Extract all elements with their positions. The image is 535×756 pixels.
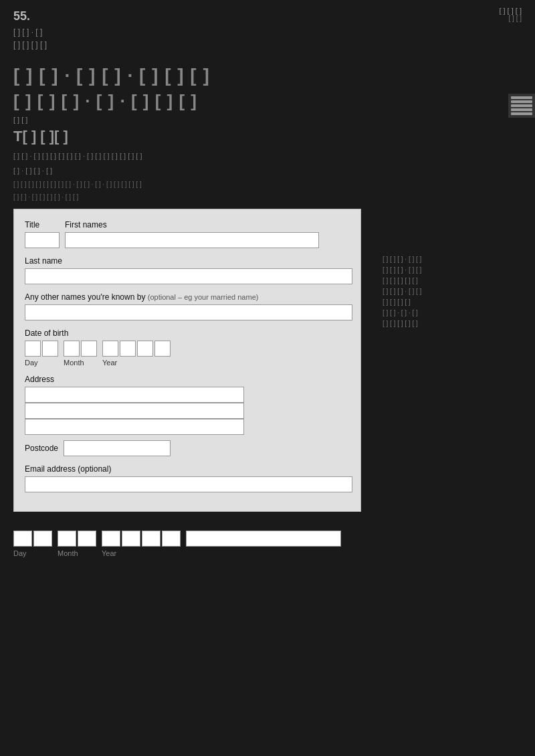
section-label: [ ] [ ]	[0, 114, 535, 125]
address-label: Address	[25, 375, 350, 384]
address-line2-input[interactable]	[25, 403, 244, 419]
first-names-input[interactable]	[65, 232, 319, 248]
top-bar: 55. [ ] [ ] · [ ] [ ] [ ] [ ] [ ] [ ] [ …	[0, 0, 535, 58]
title-field-group: Title	[25, 220, 60, 248]
dob-label: Date of birth	[25, 328, 350, 338]
bottom-day-label: Day	[13, 549, 52, 557]
menu-icon-bar1	[511, 96, 532, 99]
other-names-input[interactable]	[25, 304, 352, 320]
right-panel-line1: [ ] [ ] [ ] · [ ] [ ]	[383, 254, 503, 265]
postcode-input[interactable]	[64, 440, 171, 456]
email-label: Email address (optional)	[25, 464, 350, 474]
top-right-text: [ ] [ ] [ ]	[499, 7, 522, 15]
bottom-dob-row	[13, 531, 522, 547]
logo-line3: [ ] [ ] [ ] [ ]	[13, 39, 47, 52]
menu-icon-bar4	[511, 108, 532, 111]
personal-details-form: Title First names Last name Any other na…	[13, 209, 361, 512]
bottom-month-box2[interactable]	[78, 531, 96, 547]
page-heading-line1: [ ] [ ] · [ ] [ ] · [ ] [ ] [ ]	[0, 58, 535, 90]
last-name-input[interactable]	[25, 268, 352, 284]
dob-year-box2[interactable]	[120, 341, 136, 357]
right-panel-line4: [ ] [ ] [ ] · [ ] [ ]	[383, 286, 503, 297]
page-heading-line2: [ ] [ ] [ ] · [ ] · [ ] [ ] [ ]	[0, 91, 535, 114]
logo-area: 55. [ ] [ ] · [ ] [ ] [ ] [ ] [ ]	[13, 7, 47, 52]
dob-month-box2[interactable]	[81, 341, 97, 357]
bottom-label-row: Day Month Year	[13, 549, 522, 557]
email-input[interactable]	[25, 476, 352, 492]
last-name-row: Last name	[25, 256, 350, 284]
bottom-day-box2[interactable]	[33, 531, 52, 547]
title-label: Title	[25, 220, 60, 229]
dob-year-box4[interactable]	[154, 341, 171, 357]
bottom-year-label: Year	[102, 549, 162, 557]
small-text-1: [ ] [ ] [ ] [ ] [ ] [ ] [ ] [ ] · [ ] [ …	[0, 178, 535, 191]
top-right-info: [ ] [ ] [ ] [ ] [ ]	[499, 7, 522, 22]
dob-month-group: Month	[64, 341, 97, 367]
bottom-year-box2[interactable]	[122, 531, 140, 547]
first-names-field-group: First names	[65, 220, 319, 248]
section-title: T[ ] [ ][ ]	[0, 125, 535, 148]
bottom-day-box1[interactable]	[13, 531, 32, 547]
dob-year-label: Year	[102, 359, 117, 367]
address-line1-input[interactable]	[25, 387, 244, 403]
bottom-highlight-input[interactable]	[186, 531, 341, 547]
email-row: Email address (optional)	[25, 464, 350, 492]
bottom-year-group	[102, 531, 181, 547]
bottom-month-group	[58, 531, 96, 547]
address-line3-input[interactable]	[25, 419, 244, 435]
logo-line1: 55.	[13, 7, 47, 26]
body-text-2: [ ] · [ ] [ ] · [ ]	[0, 163, 535, 178]
dob-day-label: Day	[25, 359, 38, 367]
first-names-label: First names	[65, 220, 319, 229]
bottom-month-box1[interactable]	[58, 531, 76, 547]
dob-year-box3[interactable]	[137, 341, 153, 357]
other-names-label: Any other names you're known by (optiona…	[25, 292, 350, 302]
bottom-section: Day Month Year	[0, 517, 535, 571]
right-panel-line3: [ ] [ ] [ ] [ ] [ ]	[383, 276, 503, 286]
bottom-month-label: Month	[58, 549, 96, 557]
top-right-sub: [ ] [ ]	[499, 15, 522, 22]
postcode-label: Postcode	[25, 444, 58, 453]
sidebar-menu[interactable]	[508, 94, 535, 118]
right-panel-line6: [ ] [ ] · [ ] · [ ]	[383, 308, 503, 318]
menu-icon-bar5	[511, 112, 532, 115]
other-names-row: Any other names you're known by (optiona…	[25, 292, 350, 320]
logo-line2: [ ] [ ] · [ ]	[13, 26, 47, 39]
right-panel-line2: [ ] [ ] [ ] · [ ] [ ]	[383, 265, 503, 276]
dob-row: Date of birth Day Month	[25, 328, 350, 367]
bottom-year-box4[interactable]	[162, 531, 181, 547]
right-panel-line7: [ ] [ ] [ ] [ ] [ ]	[383, 318, 503, 329]
postcode-row: Postcode	[25, 440, 350, 456]
address-row: Address Postcode	[25, 375, 350, 456]
bottom-day-group	[13, 531, 52, 547]
dob-year-box1[interactable]	[102, 341, 118, 357]
small-text-2: [ ] [ ] · [ ] [ ] [ ] [ ] · [ ] [ ]	[0, 191, 535, 203]
dob-day-group: Day	[25, 341, 58, 367]
address-lines-group	[25, 387, 350, 435]
right-panel-line5: [ ] [ ] [ ] [ ]	[383, 297, 503, 308]
dob-month-box1[interactable]	[64, 341, 80, 357]
body-text-1: [ ] [ ] · [ ] [ ] [ ] [ ] [ ] [ ] · [ ] …	[0, 148, 535, 163]
dob-month-label: Month	[64, 359, 84, 367]
title-input[interactable]	[25, 232, 60, 248]
menu-icon-bar2	[511, 100, 532, 103]
bottom-year-box3[interactable]	[142, 531, 160, 547]
last-name-label: Last name	[25, 256, 350, 266]
menu-icon-bar3	[511, 104, 532, 107]
other-names-hint: (optional – eg your married name)	[148, 293, 259, 301]
right-panel: [ ] [ ] [ ] · [ ] [ ] [ ] [ ] [ ] · [ ] …	[383, 254, 503, 329]
dob-day-box2[interactable]	[42, 341, 58, 357]
bottom-year-box1[interactable]	[102, 531, 120, 547]
dob-year-group: Year	[102, 341, 171, 367]
dob-day-box1[interactable]	[25, 341, 41, 357]
title-firstname-row: Title First names	[25, 220, 350, 248]
